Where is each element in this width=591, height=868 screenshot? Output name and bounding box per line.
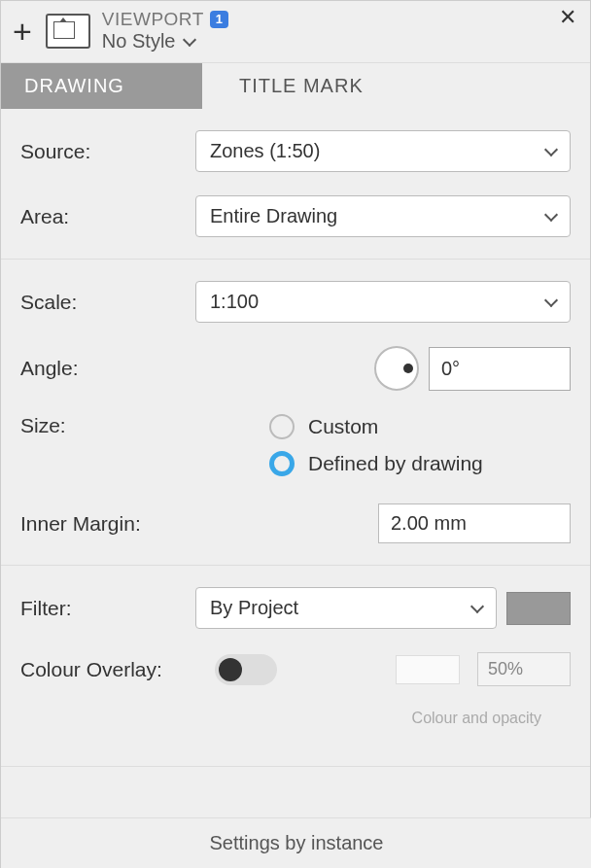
header-text: VIEWPORT 1 No Style bbox=[102, 9, 228, 52]
overlay-label: Colour Overlay: bbox=[20, 658, 215, 681]
section-geometry: Scale: 1:100 Angle: 0° Size: Custom bbox=[1, 260, 590, 566]
size-label: Size: bbox=[20, 414, 195, 437]
close-button[interactable]: ✕ bbox=[559, 7, 576, 28]
scale-label: Scale: bbox=[20, 291, 195, 314]
panel-header: + VIEWPORT 1 No Style ✕ bbox=[1, 1, 590, 63]
area-label: Area: bbox=[20, 205, 195, 228]
filter-color-swatch[interactable] bbox=[506, 592, 571, 625]
overlay-color-swatch[interactable] bbox=[396, 655, 460, 684]
angle-dial[interactable] bbox=[374, 346, 419, 391]
count-badge: 1 bbox=[210, 11, 228, 28]
size-defined-radio[interactable]: Defined by drawing bbox=[269, 451, 571, 476]
source-select[interactable]: Zones (1:50) bbox=[195, 130, 571, 172]
size-custom-radio[interactable]: Custom bbox=[269, 414, 571, 439]
footer-status: Settings by instance bbox=[1, 817, 591, 868]
tab-drawing[interactable]: DRAWING bbox=[1, 63, 202, 109]
angle-input[interactable]: 0° bbox=[429, 347, 571, 391]
panel-title: VIEWPORT bbox=[102, 9, 204, 30]
size-defined-label: Defined by drawing bbox=[308, 452, 483, 475]
overlay-opacity-select[interactable]: 50% bbox=[477, 652, 571, 686]
section-display: Filter: By Project Colour Overlay: 50% bbox=[1, 566, 590, 767]
add-icon[interactable]: + bbox=[13, 15, 32, 48]
style-label: No Style bbox=[102, 30, 176, 52]
overlay-opacity-value: 50% bbox=[488, 659, 523, 679]
viewport-icon[interactable] bbox=[46, 14, 90, 49]
settings-panel: Source: Zones (1:50) Area: Entire Drawin… bbox=[1, 109, 590, 767]
size-custom-label: Custom bbox=[308, 415, 378, 438]
overlay-hint: Colour and opacity bbox=[20, 710, 571, 727]
overlay-toggle[interactable] bbox=[215, 654, 277, 685]
radio-icon bbox=[269, 414, 295, 439]
chevron-down-icon bbox=[183, 32, 196, 46]
chevron-down-icon bbox=[544, 142, 558, 156]
filter-value: By Project bbox=[210, 597, 298, 619]
source-value: Zones (1:50) bbox=[210, 140, 320, 162]
section-source: Source: Zones (1:50) Area: Entire Drawin… bbox=[1, 109, 590, 260]
filter-label: Filter: bbox=[20, 597, 195, 620]
tab-title-mark[interactable]: TITLE MARK bbox=[202, 63, 387, 109]
radio-checked-icon bbox=[269, 451, 295, 476]
filter-select[interactable]: By Project bbox=[195, 587, 497, 629]
scale-select[interactable]: 1:100 bbox=[195, 281, 571, 323]
chevron-down-icon bbox=[544, 207, 558, 221]
margin-input[interactable]: 2.00 mm bbox=[378, 503, 571, 543]
area-select[interactable]: Entire Drawing bbox=[195, 195, 571, 237]
scale-value: 1:100 bbox=[210, 291, 259, 313]
chevron-down-icon bbox=[544, 293, 558, 306]
margin-label: Inner Margin: bbox=[20, 512, 273, 536]
source-label: Source: bbox=[20, 140, 195, 163]
tab-bar: DRAWING TITLE MARK bbox=[1, 63, 590, 109]
style-selector[interactable]: No Style bbox=[102, 30, 228, 52]
angle-label: Angle: bbox=[20, 357, 195, 380]
chevron-down-icon bbox=[470, 599, 484, 612]
area-value: Entire Drawing bbox=[210, 205, 337, 227]
toggle-knob bbox=[219, 658, 242, 681]
